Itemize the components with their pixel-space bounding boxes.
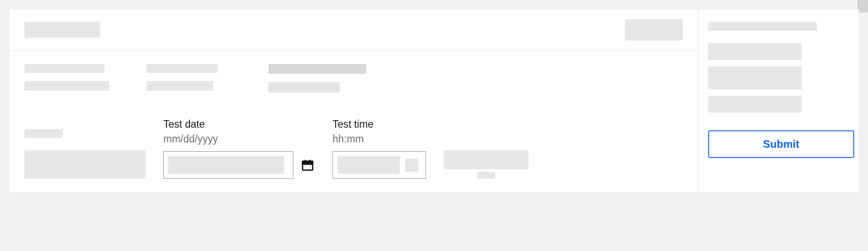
col-1 [24,64,127,91]
side-box2-skeleton [708,66,802,89]
lower-row: Test date mm/dd/yyyy [24,118,683,179]
test-time-label: Test time [333,118,426,130]
page: Test date mm/dd/yyyy [0,0,868,202]
top-columns [24,64,683,93]
lower-right [444,150,528,179]
test-date-hint: mm/dd/yyyy [163,133,315,145]
test-date-label: Test date [163,118,315,130]
col1-line1-skeleton [24,64,105,73]
col3-line1-skeleton [268,64,366,74]
side-title-skeleton [708,22,817,31]
col-3 [268,64,384,93]
header-action-skeleton [625,19,683,40]
col-2 [146,64,249,91]
lower-left-label-skeleton [24,129,63,138]
test-time-hint: hh:mm [333,133,426,145]
lower-left-box-skeleton [24,150,146,179]
side-panel: Submit [698,9,859,192]
header-title-skeleton [24,22,100,38]
test-date-input[interactable] [163,151,293,179]
content-card: Test date mm/dd/yyyy [9,9,859,193]
side-box3-skeleton [708,96,802,113]
calendar-icon[interactable] [300,158,315,172]
main-panel: Test date mm/dd/yyyy [9,9,698,192]
test-time-value-skeleton [337,156,400,174]
col3-line2-skeleton [268,82,340,93]
submit-button[interactable]: Submit [708,130,854,158]
test-date-value-skeleton [168,156,284,174]
test-time-ampm-skeleton [405,158,418,172]
lower-left [24,129,146,179]
col2-line2-skeleton [146,81,213,91]
col2-line1-skeleton [146,64,218,73]
test-time-group: Test time hh:mm [333,118,426,179]
svg-rect-1 [303,161,313,164]
side-box1-skeleton [708,43,802,60]
lower-right-small-skeleton [477,172,495,179]
col1-line2-skeleton [24,81,109,91]
card-header [9,9,698,51]
submit-button-label: Submit [763,138,799,150]
test-time-input[interactable] [333,151,426,179]
test-date-group: Test date mm/dd/yyyy [163,118,315,179]
test-date-row [163,151,315,179]
lower-right-box-skeleton [444,150,528,169]
card-body: Test date mm/dd/yyyy [9,51,698,192]
